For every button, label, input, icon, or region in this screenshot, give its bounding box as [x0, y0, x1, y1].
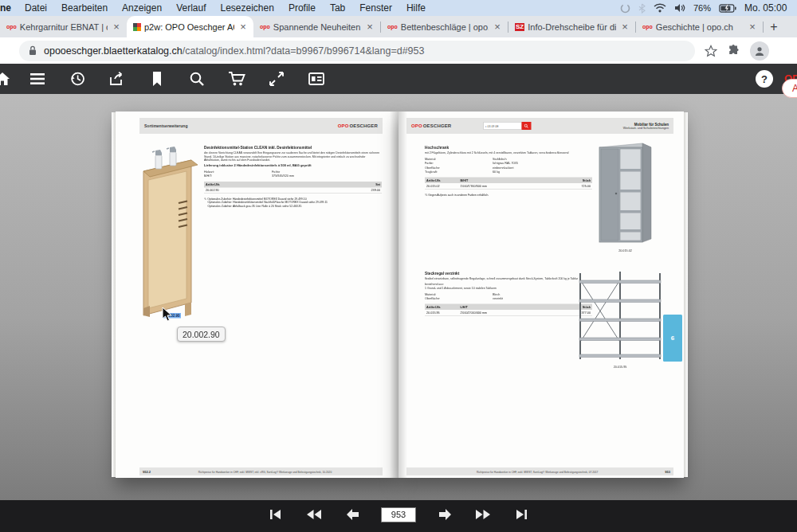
- tab-p2w-active[interactable]: p2w: OPO Oeschger AG ×: [127, 16, 253, 37]
- right-page-header: OPOOESCHGER Mobiliar für Schulen Werksta…: [406, 118, 673, 134]
- close-tab-icon[interactable]: ×: [747, 21, 758, 33]
- footer-legal: Richtpreise für Handwerker in CHF, exkl.…: [410, 470, 665, 473]
- new-tab-button[interactable]: +: [764, 16, 784, 37]
- catalog-search-input[interactable]: [483, 122, 521, 130]
- pager-bar: [0, 500, 797, 532]
- tab-bettenbeschlaege[interactable]: opo Bettenbeschläge | opo.cl ×: [381, 16, 508, 37]
- close-tab-icon[interactable]: ×: [619, 21, 630, 33]
- tab-kehrgarnitur[interactable]: opo Kehrgarnitur EBNAT | opo.c ×: [0, 16, 127, 37]
- menu-bearbeiten[interactable]: Bearbeiten: [54, 2, 115, 14]
- lock-icon[interactable]: [29, 45, 37, 56]
- catalog-page-right: OPOOESCHGER Mobiliar für Schulen Werksta…: [398, 111, 684, 478]
- wifi-icon[interactable]: [654, 3, 666, 13]
- battery-charging-icon[interactable]: [719, 4, 736, 13]
- first-page-button[interactable]: [266, 506, 285, 523]
- fullscreen-icon[interactable]: [267, 69, 286, 88]
- opo-favicon: opo: [6, 24, 17, 29]
- article-table-header: Artikel-Nr.L/H/TStück: [425, 303, 592, 310]
- menu-anzeigen[interactable]: Anzeigen: [115, 2, 169, 14]
- page-number-input[interactable]: [381, 507, 416, 522]
- url-field[interactable]: opooeschger.blaetterkatalog.ch/catalog/i…: [19, 41, 695, 61]
- article-tooltip: 20.002.90: [177, 327, 226, 342]
- article-table-header: Artikel-Nr.B/H/TStück: [425, 177, 592, 183]
- article-table-header: Artikel-Nr.Set: [204, 182, 382, 188]
- cabinet-caption: 20.015.02: [595, 248, 655, 252]
- home-icon[interactable]: [0, 69, 12, 88]
- close-tab-icon[interactable]: ×: [364, 21, 375, 33]
- macos-menubar: ne Datei Bearbeiten Anzeigen Verlauf Les…: [0, 0, 797, 16]
- product-image-disinfection-station: [132, 143, 203, 320]
- tab-drehscheibe[interactable]: SZ Info-Drehscheibe für die ×: [508, 16, 635, 37]
- menu-hilfe[interactable]: Hilfe: [399, 2, 433, 14]
- menu-datei[interactable]: Datei: [18, 2, 54, 14]
- bluetooth-icon[interactable]: [638, 3, 646, 14]
- next-page-button[interactable]: [435, 506, 454, 523]
- chapter-tab-6[interactable]: 6: [663, 315, 682, 362]
- article-table-row: 20.002.90239.00: [204, 187, 382, 194]
- close-tab-icon[interactable]: ×: [492, 21, 503, 33]
- bookmark-star-icon[interactable]: [705, 45, 717, 57]
- consists-text: 1 Grund- und 1 Anbauelement, sowie 10 st…: [425, 286, 592, 290]
- pencil-icon: ✎: [204, 197, 206, 201]
- tab-geschichte[interactable]: opo Geschichte | opo.ch ×: [636, 16, 763, 37]
- catalog-toolbar: ? OPO: [0, 64, 797, 94]
- menu-verlauf[interactable]: Verlauf: [169, 2, 213, 14]
- profile-avatar[interactable]: [750, 41, 769, 61]
- index-card-icon[interactable]: [307, 69, 326, 88]
- product-body: mit 2 Flügeltüren, Zylinderschloss mit 2…: [425, 151, 592, 155]
- url-domain: opooeschger.blaetterkatalog.ch: [44, 45, 183, 57]
- page-number: 953: [665, 470, 670, 474]
- browser-tabstrip: opo Kehrgarnitur EBNAT | opo.c × p2w: OP…: [0, 16, 797, 37]
- help-button[interactable]: ?: [756, 70, 773, 88]
- page-number: 952.2: [143, 470, 151, 474]
- menu-profile[interactable]: Profile: [281, 2, 323, 14]
- volume-icon[interactable]: [674, 3, 685, 13]
- sz-favicon: SZ: [515, 23, 524, 31]
- menu-hamburger-icon[interactable]: [28, 69, 47, 88]
- product-title: Hochschrank: [425, 145, 592, 150]
- delivery-note: Lieferung inklusive 2 Händedesinfektions…: [204, 163, 382, 167]
- product-image-cabinet: [595, 141, 655, 247]
- menu-fenster[interactable]: Fenster: [352, 2, 399, 14]
- forward-button[interactable]: [473, 506, 493, 523]
- search-icon[interactable]: [187, 69, 206, 88]
- close-tab-icon[interactable]: ×: [238, 21, 249, 33]
- menu-lesezeichen[interactable]: Lesezeichen: [213, 2, 281, 14]
- screen: ne Datei Bearbeiten Anzeigen Verlauf Les…: [0, 0, 797, 532]
- mouse-cursor: [162, 307, 172, 325]
- left-page-footer: 952.2 Richtpreise für Handwerker in CHF,…: [139, 467, 383, 475]
- bookmark-ribbon-icon[interactable]: [147, 69, 167, 88]
- catalog-search-button[interactable]: [521, 122, 531, 130]
- menu-tab[interactable]: Tab: [323, 2, 352, 14]
- url-path: /catalog/index.html?data=b9967/b996714&l…: [183, 45, 425, 57]
- left-product-text: Desinfektionsmittel-Station CLEAN inkl. …: [204, 145, 382, 208]
- article-table-row: 20.015.021'000/1'900/500 mm725.00: [425, 183, 592, 190]
- surcharge-note: %Gegen Aufpreis auch in anderen Farben e…: [425, 193, 592, 196]
- shelving-caption: 20.015.95: [576, 365, 664, 369]
- history-icon[interactable]: [68, 69, 87, 88]
- product-image-shelving: [576, 269, 664, 363]
- catalog-page-left: Sortimentserweiterung OPOOESCHGER: [116, 111, 398, 478]
- menubar-clock[interactable]: Mo. 05:00: [744, 2, 797, 14]
- share-icon[interactable]: [108, 69, 127, 88]
- extensions-puzzle-icon[interactable]: [727, 44, 740, 57]
- previous-page-button[interactable]: [343, 506, 362, 523]
- catalog-viewer: Sortimentserweiterung OPOOESCHGER: [0, 94, 797, 500]
- accessory-notes: ✎Optionales Zubehör: Händedesinfektionsm…: [204, 198, 382, 208]
- app-menu-partial[interactable]: ne: [0, 2, 18, 14]
- opo-oeschger-logo: OPOOESCHGER: [411, 123, 451, 129]
- left-page-header: Sortimentserweiterung OPOOESCHGER: [139, 118, 383, 134]
- hochschrank-text: Hochschrank mit 2 Flügeltüren, Zylinders…: [425, 145, 592, 197]
- last-page-button[interactable]: [512, 506, 531, 523]
- cart-icon[interactable]: [227, 69, 246, 88]
- section-label: Sortimentserweiterung: [144, 123, 187, 128]
- tab-neuheiten[interactable]: opo Spannende Neuheiten im ×: [253, 16, 380, 37]
- chrome-update-button[interactable]: Aktu: [782, 79, 797, 98]
- rewind-button[interactable]: [304, 506, 324, 523]
- article-table-row: 20.015.952'000/2'000/400 mm377.00: [425, 310, 592, 316]
- opo-favicon: opo: [642, 24, 653, 29]
- close-tab-icon[interactable]: ×: [111, 21, 122, 33]
- sync-spinner-icon[interactable]: [620, 3, 630, 14]
- catalog-favicon: [133, 23, 141, 31]
- opo-oeschger-logo: OPOOESCHGER: [338, 123, 378, 129]
